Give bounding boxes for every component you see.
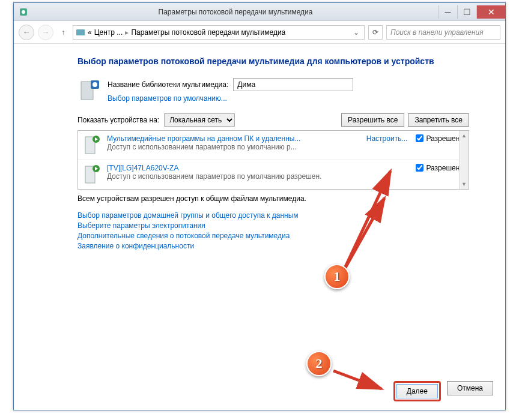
breadcrumb-seg1[interactable]: Центр ...: [94, 28, 123, 37]
titlebar: Параметры потоковой передачи мультимедиа…: [14, 3, 505, 21]
next-button[interactable]: Далее: [396, 384, 438, 398]
device-allow-checkbox[interactable]: [416, 164, 423, 172]
scrollbar[interactable]: ▲ ▼: [459, 131, 469, 189]
up-button[interactable]: ↑: [57, 26, 69, 38]
defaults-link[interactable]: Выбор параметров по умолчанию...: [108, 94, 353, 103]
block-all-button[interactable]: Запретить все: [408, 113, 469, 127]
device-row[interactable]: Мультимедийные программы на данном ПК и …: [78, 131, 469, 160]
library-label: Название библиотеки мультимедиа:: [108, 80, 228, 89]
location-icon: [76, 28, 85, 37]
device-subtitle: Доступ с использованием параметров по ум…: [107, 172, 410, 181]
refresh-button[interactable]: ⟳: [368, 25, 383, 40]
callout-1: 1: [324, 264, 350, 289]
device-icon: [83, 134, 101, 156]
close-button[interactable]: ✕: [476, 5, 505, 19]
callout-2: 2: [306, 351, 332, 376]
search-input[interactable]: Поиск в панели управления: [386, 25, 500, 40]
breadcrumb-prefix: «: [88, 28, 92, 37]
device-title: [TV][LG]47LA620V-ZA: [107, 164, 410, 172]
page-title: Выбор параметров потоковой передачи муль…: [77, 56, 469, 67]
device-row[interactable]: [TV][LG]47LA620V-ZA Доступ с использован…: [78, 160, 469, 189]
window: Параметры потоковой передачи мультимедиа…: [13, 2, 506, 410]
navbar: ← → ↑ « Центр ... ▸ Параметры потоковой …: [14, 21, 505, 44]
cancel-button[interactable]: Отмена: [447, 381, 493, 395]
minimize-button[interactable]: ─: [438, 5, 457, 19]
svg-rect-2: [76, 29, 85, 35]
device-icon: [83, 164, 101, 185]
breadcrumb-seg2[interactable]: Параметры потоковой передачи мультимедиа: [131, 28, 285, 37]
app-icon: [19, 7, 28, 17]
library-name-input[interactable]: [233, 78, 353, 91]
allow-all-button[interactable]: Разрешить все: [341, 113, 404, 127]
breadcrumb-sep: ▸: [125, 28, 129, 37]
more-info-link[interactable]: Дополнительные сведения о потоковой пере…: [77, 232, 469, 240]
show-devices-row: Показать устройства на: Локальная сеть Р…: [77, 113, 469, 127]
device-allow-checkbox[interactable]: [416, 134, 423, 142]
device-customize-link[interactable]: Настроить...: [366, 134, 408, 143]
content: Выбор параметров потоковой передачи муль…: [14, 44, 505, 256]
show-devices-label: Показать устройства на:: [77, 116, 159, 124]
network-select[interactable]: Локальная сеть: [164, 113, 235, 127]
homegroup-link[interactable]: Выбор параметров домашней группы и общег…: [77, 211, 469, 220]
library-icon: [77, 78, 102, 102]
svg-point-1: [22, 10, 25, 14]
device-allow-label: Разрешено: [426, 134, 464, 143]
scroll-down-icon[interactable]: ▼: [460, 179, 469, 189]
privacy-link[interactable]: Заявление о конфиденциальности: [77, 242, 469, 250]
device-title: Мультимедийные программы на данном ПК и …: [107, 134, 360, 143]
links-block: Выбор параметров домашней группы и общег…: [77, 211, 469, 250]
device-list: Мультимедийные программы на данном ПК и …: [77, 130, 469, 190]
address-bar[interactable]: « Центр ... ▸ Параметры потоковой переда…: [73, 25, 365, 40]
forward-button[interactable]: →: [38, 25, 53, 40]
power-link[interactable]: Выберите параметры электропитания: [77, 221, 469, 230]
scroll-up-icon[interactable]: ▲: [460, 131, 469, 140]
window-controls: ─ ☐ ✕: [438, 5, 505, 19]
footer: Далее Отмена: [393, 381, 493, 401]
next-button-highlight: Далее: [393, 381, 441, 401]
svg-point-5: [93, 82, 97, 87]
device-allow-label: Разрешено: [426, 164, 464, 172]
device-subtitle: Доступ с использованием параметров по ум…: [107, 143, 360, 151]
window-title: Параметры потоковой передачи мультимедиа: [33, 8, 438, 16]
maximize-button[interactable]: ☐: [457, 5, 476, 19]
library-row: Название библиотеки мультимедиа: Выбор п…: [77, 78, 469, 103]
status-text: Всем устройствам разрешен доступ к общим…: [77, 194, 469, 203]
back-button[interactable]: ←: [19, 25, 34, 40]
address-dropdown-icon[interactable]: ⌄: [351, 28, 362, 37]
